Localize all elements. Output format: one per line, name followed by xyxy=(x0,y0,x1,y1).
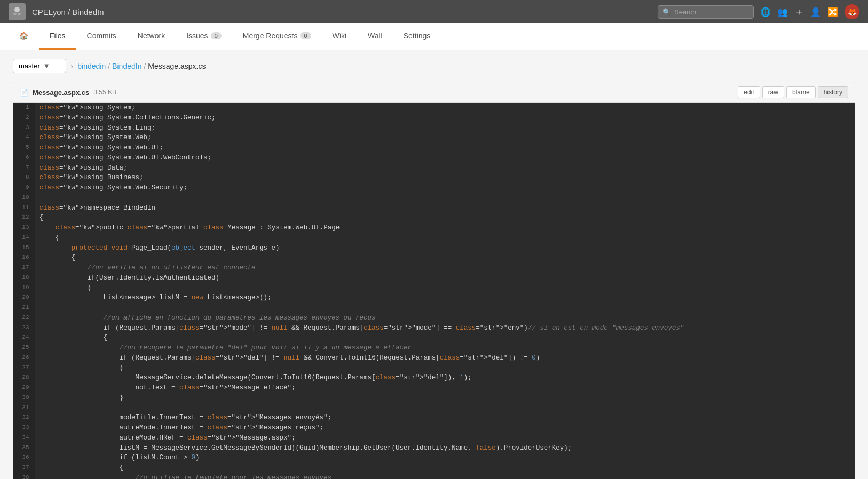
line-number: 18 xyxy=(13,273,35,283)
line-content: autreMode.HRef = class="str">"Message.as… xyxy=(35,433,855,443)
table-row: 17 //on vérifie si un utilisteur est con… xyxy=(13,263,855,273)
table-row: 14 { xyxy=(13,233,855,243)
tab-wiki[interactable]: Wiki xyxy=(322,23,357,50)
table-row: 15 protected void Page_Load(object sende… xyxy=(13,243,855,253)
line-content: class="kw">using System.Web; xyxy=(35,133,855,143)
line-number: 14 xyxy=(13,233,35,243)
line-content: class="kw">using System.Collections.Gene… xyxy=(35,113,855,123)
table-row: 23 if (Request.Params[class="str">"mode"… xyxy=(13,323,855,333)
table-row: 33 autreMode.InnerText = class="str">"Me… xyxy=(13,423,855,433)
file-size: 3.55 KB xyxy=(93,89,116,96)
line-number: 32 xyxy=(13,413,35,423)
blame-button[interactable]: blame xyxy=(786,86,816,98)
globe-icon[interactable]: 🌐 xyxy=(760,7,771,17)
table-row: 20 List<message> listM = new List<messag… xyxy=(13,293,855,303)
tab-merge-requests[interactable]: Merge Requests 0 xyxy=(232,23,322,50)
navbar-search-area: 🔍 🌐 👥 ＋ 👤 🔀 🦊 xyxy=(658,4,859,19)
search-box[interactable]: 🔍 xyxy=(658,5,754,19)
tab-settings[interactable]: Settings xyxy=(393,23,441,50)
line-number: 22 xyxy=(13,313,35,323)
line-number: 6 xyxy=(13,153,35,163)
file-info: 📄 Message.aspx.cs 3.55 KB xyxy=(20,89,116,97)
search-input[interactable] xyxy=(674,8,749,16)
table-row: 35 listM = MessageService.GetMessageBySe… xyxy=(13,443,855,453)
table-row: 25 //on recupere le parametre "del" pour… xyxy=(13,343,855,353)
breadcrumb-current: Message.aspx.cs xyxy=(148,62,206,70)
table-row: 38 //o utilise le template pour les mess… xyxy=(13,473,855,479)
line-content: { xyxy=(35,463,855,473)
table-row: 7class="kw">using Data; xyxy=(13,163,855,173)
breadcrumb-path: bindedin / BindedIn / Message.aspx.cs xyxy=(77,62,206,70)
line-number: 17 xyxy=(13,263,35,273)
line-content: if (Request.Params[class="str">"mode"] !… xyxy=(35,323,855,333)
users-icon[interactable]: 👥 xyxy=(777,7,788,17)
line-number: 30 xyxy=(13,393,35,403)
line-number: 25 xyxy=(13,343,35,353)
line-content: class="kw">using System.Web.Security; xyxy=(35,183,855,193)
line-content: { xyxy=(35,333,855,343)
branch-selector[interactable]: master ▼ xyxy=(13,59,66,73)
line-number: 12 xyxy=(13,213,35,223)
line-content: //on vérifie si un utilisteur est connec… xyxy=(35,263,855,273)
table-row: 29 not.Text = class="str">"Message effac… xyxy=(13,383,855,393)
line-content: class="kw">public class="kw">partial cla… xyxy=(35,223,855,233)
brand-name[interactable]: CPELyon / BindedIn xyxy=(32,7,104,17)
table-row: 5class="kw">using System.Web.UI; xyxy=(13,143,855,153)
avatar[interactable]: 🦊 xyxy=(845,4,859,19)
line-number: 2 xyxy=(13,113,35,123)
tab-issues[interactable]: Issues 0 xyxy=(176,23,232,50)
line-number: 7 xyxy=(13,163,35,173)
line-number: 33 xyxy=(13,423,35,433)
line-number: 23 xyxy=(13,323,35,333)
table-row: 30 } xyxy=(13,393,855,403)
code-table: 1class="kw">using System;2class="kw">usi… xyxy=(13,103,855,479)
line-content: MessageService.deleteMessage(Convert.ToI… xyxy=(35,373,855,383)
line-content: if(User.Identity.IsAuthenticated) xyxy=(35,273,855,283)
breadcrumb-part-2[interactable]: BindedIn xyxy=(112,62,141,70)
tab-wall[interactable]: Wall xyxy=(357,23,393,50)
user-icon[interactable]: 👤 xyxy=(810,7,821,17)
arrows-icon[interactable]: 🔀 xyxy=(827,7,838,17)
table-row: 18 if(User.Identity.IsAuthenticated) xyxy=(13,273,855,283)
search-icon: 🔍 xyxy=(662,8,671,16)
line-number: 31 xyxy=(13,403,35,413)
table-row: 36 if (listM.Count > 0) xyxy=(13,453,855,463)
table-row: 13 class="kw">public class="kw">partial … xyxy=(13,223,855,233)
line-number: 36 xyxy=(13,453,35,463)
edit-button[interactable]: edit xyxy=(738,86,760,98)
tab-commits[interactable]: Commits xyxy=(76,23,127,50)
plus-icon[interactable]: ＋ xyxy=(794,5,804,18)
table-row: 9class="kw">using System.Web.Security; xyxy=(13,183,855,193)
breadcrumb-part-1[interactable]: bindedin xyxy=(77,62,106,70)
table-row: 10 xyxy=(13,193,855,203)
line-content: class="kw">namespace BindedIn xyxy=(35,203,855,213)
line-content: class="kw">using System.Web.UI; xyxy=(35,143,855,153)
line-content: listM = MessageService.GetMessageBySende… xyxy=(35,443,855,453)
line-content: class="kw">using Data; xyxy=(35,163,855,173)
table-row: 22 //on affiche en fonction du parametre… xyxy=(13,313,855,323)
site-logo[interactable] xyxy=(9,3,26,20)
line-content xyxy=(35,193,855,203)
history-button[interactable]: history xyxy=(818,86,848,98)
line-number: 1 xyxy=(13,103,35,113)
table-row: 37 { xyxy=(13,463,855,473)
file-header: 📄 Message.aspx.cs 3.55 KB edit raw blame… xyxy=(13,82,855,103)
line-content: if (listM.Count > 0) xyxy=(35,453,855,463)
line-number: 3 xyxy=(13,123,35,133)
raw-button[interactable]: raw xyxy=(762,86,784,98)
line-number: 13 xyxy=(13,223,35,233)
tab-network[interactable]: Network xyxy=(127,23,176,50)
file-name: Message.aspx.cs xyxy=(33,89,89,97)
svg-point-0 xyxy=(14,7,20,12)
tab-home[interactable]: 🏠 xyxy=(9,23,39,50)
breadcrumb-separator: › xyxy=(70,61,73,71)
code-area: 1class="kw">using System;2class="kw">usi… xyxy=(13,103,855,479)
line-content: { xyxy=(35,283,855,293)
table-row: 6class="kw">using System.Web.UI.WebContr… xyxy=(13,153,855,163)
svg-point-1 xyxy=(13,13,17,15)
table-row: 31 xyxy=(13,403,855,413)
line-content: class="kw">using Business; xyxy=(35,173,855,183)
tab-files[interactable]: Files xyxy=(39,23,76,50)
repo-tabs: 🏠 Files Commits Network Issues 0 Merge R… xyxy=(0,23,868,50)
issues-badge: 0 xyxy=(211,32,222,39)
